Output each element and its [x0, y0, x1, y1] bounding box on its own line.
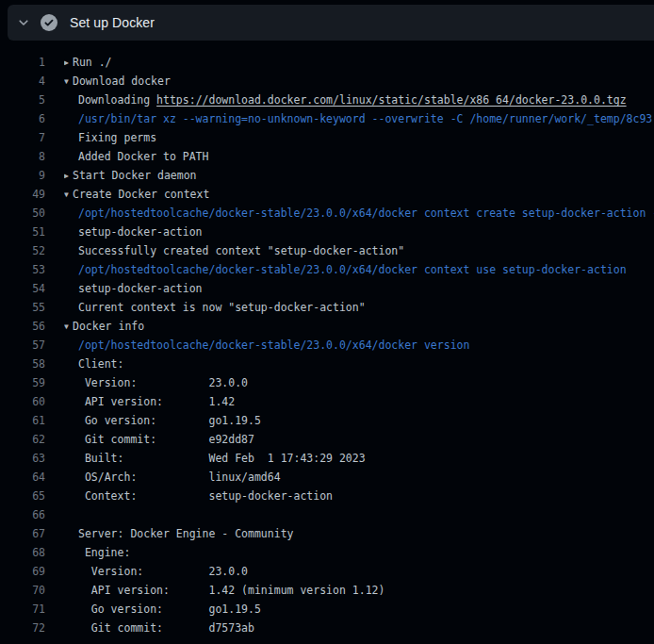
log-command-text: /opt/hostedtoolcache/docker-stable/23.0.… — [64, 204, 654, 223]
log-text — [64, 505, 654, 524]
log-text: API version: 1.42 (minimum version 1.12) — [64, 581, 654, 600]
line-number[interactable]: 8 — [0, 147, 47, 166]
log-line: 6/usr/bin/tar xz --warning=no-unknown-ke… — [0, 109, 654, 128]
log-line: 68 Engine: — [0, 543, 654, 562]
line-number[interactable]: 49 — [0, 185, 47, 204]
line-number[interactable]: 58 — [0, 355, 47, 373]
line-number[interactable]: 66 — [0, 505, 47, 524]
log-text: Context: setup-docker-action — [64, 487, 654, 505]
log-text: setup-docker-action — [64, 223, 654, 241]
log-text: Current context is now "setup-docker-act… — [64, 298, 654, 317]
line-number[interactable]: 60 — [0, 392, 47, 411]
triangle-down-icon[interactable]: ▼ — [64, 73, 73, 91]
line-number[interactable]: 62 — [0, 430, 47, 449]
log-command-text: /usr/bin/tar xz --warning=no-unknown-key… — [64, 109, 654, 128]
log-line: 1▶Run ./ — [0, 53, 654, 72]
log-group-title[interactable]: ▼Download docker — [64, 72, 654, 91]
line-number[interactable]: 50 — [0, 204, 47, 223]
log-line: 63 Built: Wed Feb 1 17:43:29 2023 — [0, 449, 654, 468]
log-line: 54setup-docker-action — [0, 279, 654, 298]
log-line: 62 Git commit: e92dd87 — [0, 430, 654, 449]
line-number[interactable]: 64 — [0, 468, 47, 487]
log-text: Built: Wed Feb 1 17:43:29 2023 — [64, 449, 654, 468]
log-line: 8Added Docker to PATH — [0, 147, 654, 166]
line-number[interactable]: 61 — [0, 411, 47, 430]
log-text: Engine: — [64, 543, 654, 562]
line-number[interactable]: 6 — [0, 109, 47, 128]
log-line: 69 Version: 23.0.0 — [0, 562, 654, 581]
line-number[interactable]: 51 — [0, 223, 47, 241]
log-command-text: /opt/hostedtoolcache/docker-stable/23.0.… — [64, 260, 654, 279]
line-number[interactable]: 59 — [0, 373, 47, 392]
line-number[interactable]: 63 — [0, 449, 47, 468]
log-line: 9▶Start Docker daemon — [0, 166, 654, 185]
log-text: Successfully created context "setup-dock… — [64, 241, 654, 260]
step-header[interactable]: Set up Docker — [8, 5, 654, 41]
log-command-text: /opt/hostedtoolcache/docker-stable/23.0.… — [64, 336, 654, 355]
log-line: 50/opt/hostedtoolcache/docker-stable/23.… — [0, 204, 654, 223]
log-line: 52Successfully created context "setup-do… — [0, 241, 654, 260]
log-text: Fixing perms — [64, 128, 654, 147]
log-area: 1▶Run ./4▼Download docker5Downloading ht… — [0, 53, 654, 637]
triangle-right-icon[interactable]: ▶ — [64, 54, 73, 72]
line-number[interactable]: 72 — [0, 619, 47, 637]
line-number[interactable]: 7 — [0, 128, 47, 147]
line-number[interactable]: 65 — [0, 487, 47, 505]
line-number[interactable]: 56 — [0, 317, 47, 336]
log-group-title[interactable]: ▼Create Docker context — [64, 185, 654, 204]
step-title: Set up Docker — [70, 15, 155, 30]
download-url-link[interactable]: https://download.docker.com/linux/static… — [156, 93, 627, 107]
log-text: setup-docker-action — [64, 279, 654, 298]
triangle-down-icon[interactable]: ▼ — [64, 318, 73, 336]
line-number[interactable]: 70 — [0, 581, 47, 600]
log-line: 58Client: — [0, 355, 654, 373]
log-text: Client: — [64, 355, 654, 373]
log-text: Git commit: d7573ab — [64, 619, 654, 637]
line-number[interactable]: 71 — [0, 600, 47, 619]
check-circle-icon — [41, 14, 57, 31]
log-line: 56▼Docker info — [0, 317, 654, 336]
log-group-title[interactable]: ▶Start Docker daemon — [64, 166, 654, 185]
log-line: 59 Version: 23.0.0 — [0, 373, 654, 392]
log-line: 5Downloading https://download.docker.com… — [0, 91, 654, 109]
log-text: Server: Docker Engine - Community — [64, 524, 654, 543]
log-line: 57/opt/hostedtoolcache/docker-stable/23.… — [0, 336, 654, 355]
log-line: 70 API version: 1.42 (minimum version 1.… — [0, 581, 654, 600]
chevron-down-icon[interactable] — [17, 16, 30, 29]
line-number[interactable]: 53 — [0, 260, 47, 279]
log-line: 55Current context is now "setup-docker-a… — [0, 298, 654, 317]
log-line: 65 Context: setup-docker-action — [0, 487, 654, 505]
log-line: 53/opt/hostedtoolcache/docker-stable/23.… — [0, 260, 654, 279]
log-line: 71 Go version: go1.19.5 — [0, 600, 654, 619]
line-number[interactable]: 1 — [0, 53, 47, 72]
line-number[interactable]: 68 — [0, 543, 47, 562]
log-line: 7Fixing perms — [0, 128, 654, 147]
line-number[interactable]: 52 — [0, 241, 47, 260]
log-line: 51setup-docker-action — [0, 223, 654, 241]
line-number[interactable]: 5 — [0, 91, 47, 109]
triangle-right-icon[interactable]: ▶ — [64, 167, 73, 185]
line-number[interactable]: 57 — [0, 336, 47, 355]
triangle-down-icon[interactable]: ▼ — [64, 186, 73, 204]
log-group-title[interactable]: ▼Docker info — [64, 317, 654, 336]
log-line: 66 — [0, 505, 654, 524]
log-text: Go version: go1.19.5 — [64, 411, 654, 430]
log-line: 72 Git commit: d7573ab — [0, 619, 654, 637]
log-text: Downloading https://download.docker.com/… — [64, 91, 654, 109]
log-line: 64 OS/Arch: linux/amd64 — [0, 468, 654, 487]
line-number[interactable]: 9 — [0, 166, 47, 185]
log-line: 60 API version: 1.42 — [0, 392, 654, 411]
log-group-title[interactable]: ▶Run ./ — [64, 53, 654, 72]
log-text: Version: 23.0.0 — [64, 562, 654, 581]
log-text: OS/Arch: linux/amd64 — [64, 468, 654, 487]
line-number[interactable]: 55 — [0, 298, 47, 317]
line-number[interactable]: 67 — [0, 524, 47, 543]
log-text: Version: 23.0.0 — [64, 373, 654, 392]
line-number[interactable]: 54 — [0, 279, 47, 298]
line-number[interactable]: 4 — [0, 72, 47, 91]
log-text: Git commit: e92dd87 — [64, 430, 654, 449]
log-text: API version: 1.42 — [64, 392, 654, 411]
log-line: 49▼Create Docker context — [0, 185, 654, 204]
log-line: 61 Go version: go1.19.5 — [0, 411, 654, 430]
line-number[interactable]: 69 — [0, 562, 47, 581]
